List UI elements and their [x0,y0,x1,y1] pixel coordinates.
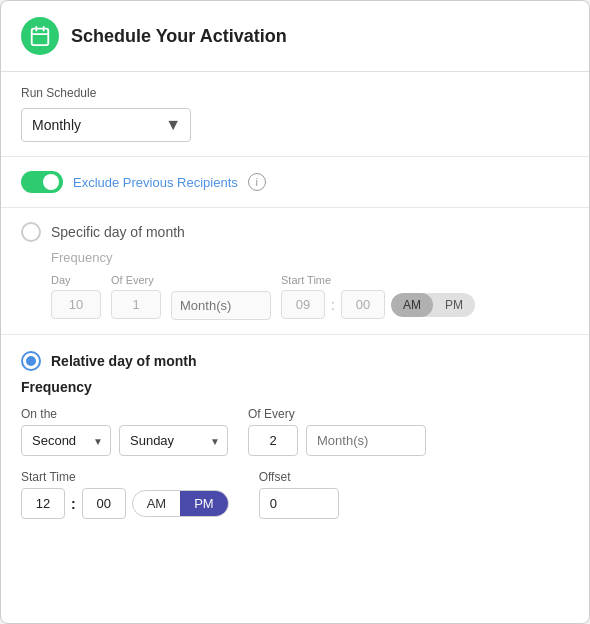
specific-pm-button[interactable]: PM [433,293,475,317]
run-schedule-label: Run Schedule [21,86,569,100]
relative-day-label: Relative day of month [51,353,196,369]
page-title: Schedule Your Activation [71,26,287,47]
schedule-card: Schedule Your Activation Run Schedule Mo… [0,0,590,624]
radio-inner [26,356,36,366]
specific-day-radio-row: Specific day of month [21,222,569,242]
specific-day-col: Day [51,274,101,319]
specific-freq-row: Day Of Every Start Time : AM PM [51,273,569,320]
of-every-input[interactable] [248,425,298,456]
relative-frequency-label: Frequency [21,379,569,395]
specific-colon: : [331,297,335,313]
relative-ampm-toggle: AM PM [132,490,229,517]
relative-pm-button[interactable]: PM [180,491,228,516]
specific-day-input[interactable] [51,290,101,319]
calendar-icon [29,25,51,47]
header-icon-bg [21,17,59,55]
specific-frequency-label: Frequency [51,250,569,265]
exclude-recipients-section: Exclude Previous Recipients i [1,157,589,208]
relative-day-radio-row: Relative day of month [21,351,569,371]
specific-time-label: Start Time [281,274,475,286]
on-the-group: On the Second First Third Fourth Last ▼ [21,407,228,456]
offset-input[interactable] [259,488,339,519]
bottom-row: Start Time : AM PM Offset [21,470,569,519]
relative-am-button[interactable]: AM [133,491,181,516]
run-schedule-section: Run Schedule Monthly ▼ [1,72,589,157]
day-select-wrapper: Sunday Monday Tuesday Wednesday Thursday… [119,425,228,456]
specific-time-col: Start Time : AM PM [281,274,475,319]
specific-month-input[interactable] [171,291,271,320]
relative-min-input[interactable] [82,488,126,519]
active-colon: : [71,496,76,512]
of-every-inputs [248,425,426,456]
relative-day-section: Relative day of month Frequency On the S… [1,335,589,535]
run-schedule-select[interactable]: Monthly [21,108,191,142]
on-the-select[interactable]: Second First Third Fourth Last [21,425,111,456]
of-every-month-input[interactable] [306,425,426,456]
active-time-row: : AM PM [21,488,229,519]
on-the-selects: Second First Third Fourth Last ▼ Sunday … [21,425,228,456]
day-select[interactable]: Sunday Monday Tuesday Wednesday Thursday… [119,425,228,456]
specific-ofevery-col: Of Every [111,274,161,319]
exclude-toggle[interactable] [21,171,63,193]
on-the-select-wrapper: Second First Third Fourth Last ▼ [21,425,111,456]
toggle-slider [21,171,63,193]
specific-time-row: : AM PM [281,290,475,319]
on-the-row: On the Second First Third Fourth Last ▼ [21,407,569,456]
start-time-group: Start Time : AM PM [21,470,229,519]
specific-ofevery-label: Of Every [111,274,161,286]
of-every-label: Of Every [248,407,426,421]
info-icon[interactable]: i [248,173,266,191]
of-every-group: Of Every [248,407,426,456]
exclude-label: Exclude Previous Recipients [73,175,238,190]
specific-day-section: Specific day of month Frequency Day Of E… [1,208,589,335]
specific-day-col-label: Day [51,274,101,286]
run-schedule-select-wrapper: Monthly ▼ [21,108,191,142]
specific-day-radio[interactable] [21,222,41,242]
relative-hour-input[interactable] [21,488,65,519]
specific-ofevery-input[interactable] [111,290,161,319]
specific-min-input[interactable] [341,290,385,319]
relative-day-radio[interactable] [21,351,41,371]
specific-day-label: Specific day of month [51,224,185,240]
specific-ampm-toggle: AM PM [391,293,475,317]
specific-hour-input[interactable] [281,290,325,319]
specific-month-col [171,291,271,320]
toggle-row: Exclude Previous Recipients i [21,171,569,193]
start-time-label: Start Time [21,470,229,484]
on-the-label: On the [21,407,228,421]
specific-am-button[interactable]: AM [391,293,433,317]
offset-label: Offset [259,470,339,484]
card-header: Schedule Your Activation [1,1,589,72]
svg-rect-0 [32,29,49,45]
offset-group: Offset [259,470,339,519]
